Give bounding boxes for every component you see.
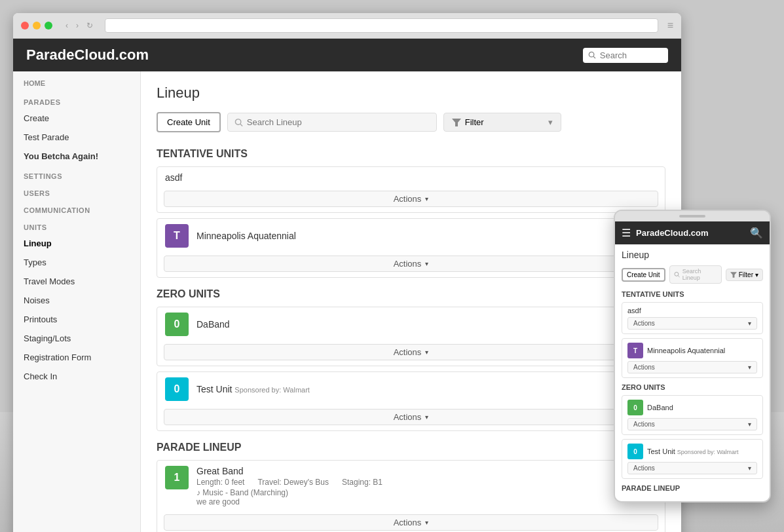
mobile-unit-name-daband: DaBand — [647, 404, 757, 411]
unit-sponsor-test-unit: Sponsored by: Walmart — [234, 386, 310, 394]
mobile-actions-label: Actions — [633, 364, 655, 371]
mobile-unit-row-test-unit: 0 Test Unit Sponsored by: Walmart — [627, 444, 757, 459]
mobile-toolbar: Create Unit Search Lineup Filter ▾ — [622, 265, 763, 284]
browser-nav: ‹ › ↻ — [63, 21, 96, 30]
mobile-unit-row-minneapolis: T Minneapolis Aquatennial — [627, 343, 757, 358]
minimize-dot[interactable] — [33, 22, 41, 29]
sidebar-section-units: UNITS — [13, 217, 140, 234]
unit-actions-great-band: Actions ▾ — [157, 512, 665, 532]
sidebar-item-lineup[interactable]: Lineup — [13, 234, 140, 253]
zero-units-header: ZERO UNITS — [157, 288, 665, 300]
browser-menu-icon[interactable]: ≡ — [667, 20, 673, 31]
mobile-search-icon[interactable]: 🔍 — [750, 227, 763, 239]
svg-point-0 — [589, 52, 594, 57]
mobile-unit-name-asdf: asdf — [627, 307, 757, 314]
mobile-create-unit-button[interactable]: Create Unit — [622, 268, 665, 282]
mobile-avatar-test-unit: 0 — [627, 444, 643, 459]
sidebar-item-test-parade[interactable]: Test Parade — [13, 128, 140, 147]
nav-forward[interactable]: › — [73, 21, 81, 30]
mobile-hamburger-icon[interactable]: ☰ — [622, 227, 631, 239]
lineup-name-great-band: Great Band — [196, 466, 637, 476]
mobile-page-title: Lineup — [622, 250, 763, 260]
maximize-dot[interactable] — [45, 22, 52, 29]
mobile-avatar-minneapolis: T — [627, 343, 643, 358]
create-unit-button[interactable]: Create Unit — [157, 112, 221, 132]
actions-arrow-icon: ▾ — [425, 413, 428, 421]
mobile-unit-name-test-unit: Test Unit Sponsored by: Walmart — [647, 447, 757, 455]
actions-label: Actions — [394, 259, 422, 269]
svg-line-3 — [240, 124, 242, 126]
sidebar-item-printouts[interactable]: Printouts — [13, 310, 140, 329]
page-wrapper: ‹ › ↻ ≡ ParadeCloud.com — [0, 0, 784, 532]
mobile-actions-test-unit[interactable]: Actions ▾ — [627, 462, 757, 474]
sidebar-section-users: USERS — [13, 183, 140, 200]
mobile-actions-asdf[interactable]: Actions ▾ — [627, 317, 757, 330]
mobile-unit-row-daband: 0 DaBand — [627, 400, 757, 415]
lineup-meta-great-band: Length: 0 feet Travel: Dewey's Bus Stagi… — [196, 478, 637, 487]
actions-label: Actions — [394, 194, 422, 204]
sidebar-item-you-betcha[interactable]: You Betcha Again! — [13, 147, 140, 166]
svg-marker-4 — [452, 119, 461, 126]
actions-arrow-icon: ▾ — [425, 260, 428, 267]
sidebar-item-types[interactable]: Types — [13, 253, 140, 272]
lineup-type: ♪ Music - Band (Marching) — [196, 488, 637, 497]
svg-line-1 — [593, 56, 595, 58]
address-bar[interactable] — [105, 18, 658, 33]
actions-dropdown-daband[interactable]: Actions ▾ — [164, 344, 658, 360]
close-dot[interactable] — [21, 22, 29, 29]
nav-refresh[interactable]: ↻ — [84, 21, 96, 30]
app-header: ParadeCloud.com — [13, 39, 681, 71]
mobile-actions-arrow: ▾ — [748, 320, 751, 327]
unit-avatar-daband: 0 — [165, 313, 189, 336]
unit-actions-asdf: Actions ▾ — [157, 188, 665, 212]
page-title: Lineup — [157, 85, 665, 102]
sidebar-item-create[interactable]: Create — [13, 109, 140, 128]
sidebar-item-staging-lots[interactable]: Staging/Lots — [13, 329, 140, 348]
search-lineup-input[interactable] — [247, 117, 430, 127]
sidebar-item-noises[interactable]: Noises — [13, 291, 140, 310]
browser-titlebar: ‹ › ↻ ≡ — [13, 13, 681, 39]
unit-name-test-unit: Test Unit Sponsored by: Walmart — [196, 384, 657, 394]
parade-lineup-header: PARADE LINEUP — [157, 442, 665, 453]
unit-name-daband: DaBand — [196, 319, 657, 330]
mobile-zero-header: ZERO UNITS — [622, 383, 763, 391]
actions-arrow-icon: ▾ — [425, 519, 428, 526]
mobile-unit-sponsor: Sponsored by: Walmart — [677, 449, 739, 455]
app-logo: ParadeCloud.com — [26, 47, 149, 64]
mobile-device-mockup: ☰ ParadeCloud.com 🔍 Lineup Create Unit S… — [614, 210, 771, 503]
filter-button[interactable]: Filter ▾ — [443, 113, 561, 132]
nav-back[interactable]: ‹ — [63, 21, 71, 30]
actions-dropdown-great-band[interactable]: Actions ▾ — [164, 514, 658, 531]
unit-row-inner: asdf — [157, 167, 665, 188]
mobile-filter-arrow: ▾ — [755, 271, 758, 278]
sidebar-item-home[interactable]: HOME — [13, 71, 140, 92]
actions-label: Actions — [394, 518, 422, 527]
unit-avatar-test-unit: 0 — [165, 377, 189, 401]
lineup-row-inner-great-band: 1 Great Band Length: 0 feet Travel: Dewe… — [157, 461, 665, 512]
actions-label: Actions — [394, 412, 422, 422]
speaker-bar — [679, 215, 705, 218]
sidebar-item-travel-modes[interactable]: Travel Modes — [13, 272, 140, 291]
mobile-unit-name-minneapolis: Minneapolis Aquatennial — [647, 347, 757, 354]
header-search-input[interactable] — [600, 50, 663, 60]
mobile-unit-asdf: asdf Actions ▾ — [622, 302, 763, 334]
lineup-length: Length: 0 feet — [196, 478, 244, 487]
svg-marker-7 — [730, 272, 737, 278]
actions-dropdown-minneapolis[interactable]: Actions ▾ — [164, 256, 658, 272]
tentative-units-header: TENTATIVE UNITS — [157, 148, 665, 160]
mobile-parade-header: PARADE LINEUP — [622, 484, 763, 492]
sidebar-item-check-in[interactable]: Check In — [13, 367, 140, 386]
sidebar-item-registration-form[interactable]: Registration Form — [13, 348, 140, 367]
actions-dropdown-asdf[interactable]: Actions ▾ — [164, 191, 658, 207]
mobile-filter-button[interactable]: Filter ▾ — [726, 269, 763, 281]
app-body: HOME PARADES Create Test Parade You Betc… — [13, 71, 681, 532]
unit-row-minneapolis: T Minneapolis Aquatennial Actions ▾ — [157, 218, 665, 278]
mobile-speaker — [615, 211, 770, 221]
mobile-unit-row-asdf: asdf — [627, 307, 757, 314]
mobile-search-bar: Search Lineup — [669, 265, 722, 284]
mobile-actions-minneapolis[interactable]: Actions ▾ — [627, 361, 757, 373]
lineup-staging: Staging: B1 — [342, 478, 383, 487]
unit-row-daband: 0 DaBand Actions ▾ — [157, 307, 665, 366]
mobile-actions-daband[interactable]: Actions ▾ — [627, 418, 757, 430]
actions-dropdown-test-unit[interactable]: Actions ▾ — [164, 409, 658, 425]
